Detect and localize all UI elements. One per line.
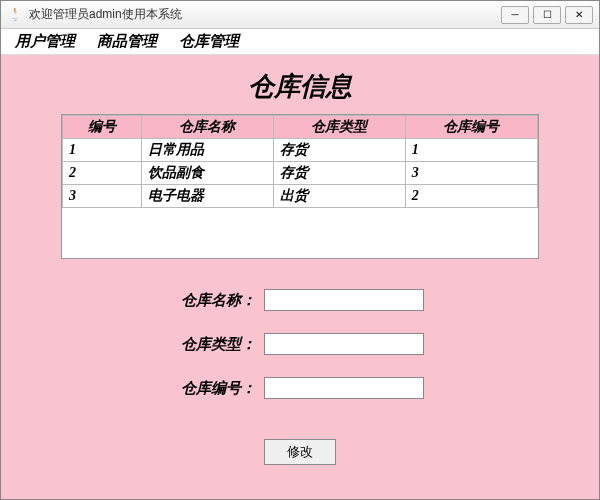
close-button[interactable]: ✕	[565, 6, 593, 24]
content-panel: 仓库信息 编号 仓库名称 仓库类型 仓库编号 1 日常用品 存货	[1, 55, 599, 499]
input-warehouse-name[interactable]	[264, 289, 424, 311]
maximize-button[interactable]: ☐	[533, 6, 561, 24]
col-type: 仓库类型	[273, 116, 405, 139]
table-header-row: 编号 仓库名称 仓库类型 仓库编号	[63, 116, 538, 139]
window-title: 欢迎管理员admin使用本系统	[29, 6, 501, 23]
table-empty-area	[62, 208, 538, 258]
window-controls: ─ ☐ ✕	[501, 6, 593, 24]
form-row-name: 仓库名称：	[176, 289, 424, 311]
table-row[interactable]: 3 电子电器 出货 2	[63, 185, 538, 208]
label-warehouse-name: 仓库名称：	[176, 291, 256, 310]
edit-form: 仓库名称： 仓库类型： 仓库编号： 修改	[176, 289, 424, 465]
label-warehouse-type: 仓库类型：	[176, 335, 256, 354]
form-row-type: 仓库类型：	[176, 333, 424, 355]
col-name: 仓库名称	[141, 116, 273, 139]
minimize-button[interactable]: ─	[501, 6, 529, 24]
col-number: 仓库编号	[405, 116, 537, 139]
menu-user-management[interactable]: 用户管理	[15, 32, 75, 51]
java-icon	[7, 7, 23, 23]
table-row[interactable]: 2 饮品副食 存货 3	[63, 162, 538, 185]
page-title: 仓库信息	[248, 69, 352, 104]
input-warehouse-type[interactable]	[264, 333, 424, 355]
input-warehouse-number[interactable]	[264, 377, 424, 399]
titlebar: 欢迎管理员admin使用本系统 ─ ☐ ✕	[1, 1, 599, 29]
menubar: 用户管理 商品管理 仓库管理	[1, 29, 599, 55]
warehouse-table-wrap: 编号 仓库名称 仓库类型 仓库编号 1 日常用品 存货 1 2	[61, 114, 539, 259]
app-window: 欢迎管理员admin使用本系统 ─ ☐ ✕ 用户管理 商品管理 仓库管理 仓库信…	[0, 0, 600, 500]
form-row-number: 仓库编号：	[176, 377, 424, 399]
warehouse-table: 编号 仓库名称 仓库类型 仓库编号 1 日常用品 存货 1 2	[62, 115, 538, 208]
col-id: 编号	[63, 116, 142, 139]
label-warehouse-number: 仓库编号：	[176, 379, 256, 398]
menu-warehouse-management[interactable]: 仓库管理	[179, 32, 239, 51]
modify-button[interactable]: 修改	[264, 439, 336, 465]
table-row[interactable]: 1 日常用品 存货 1	[63, 139, 538, 162]
menu-product-management[interactable]: 商品管理	[97, 32, 157, 51]
